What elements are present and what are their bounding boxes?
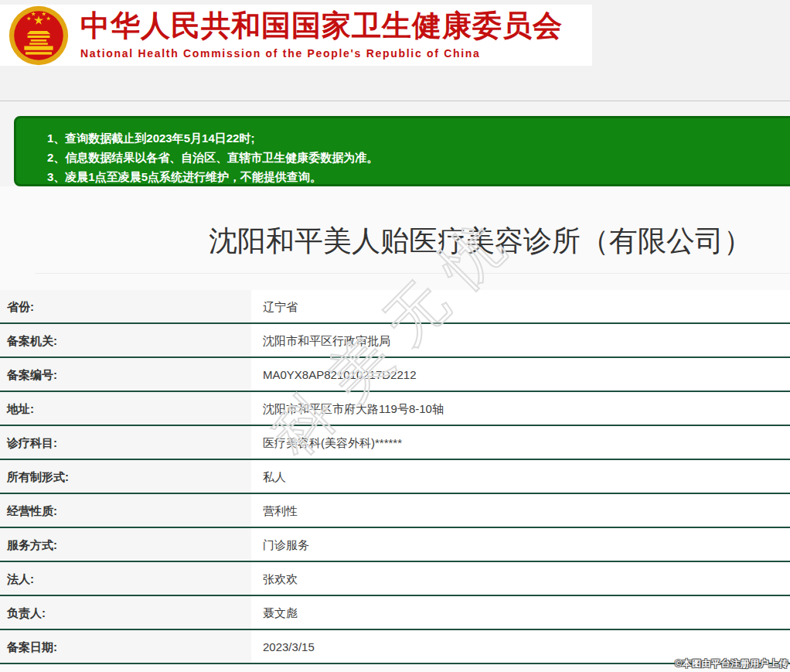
field-label: 所有制形式:: [0, 460, 251, 493]
field-value: 营利性: [251, 494, 790, 527]
upload-attribution-watermark: ©本图由平台注册用户上传: [675, 657, 788, 670]
table-row: 地址: 沈阳市和平区市府大路119号8-10轴: [0, 392, 790, 426]
field-label: 地址:: [0, 392, 251, 425]
site-header: 中华人民共和国国家卫生健康委员会 National Health Commiss…: [0, 5, 592, 66]
field-label: 服务方式:: [0, 528, 251, 561]
table-row: 备案编号: MA0YX8AP821010217D2212: [0, 358, 790, 392]
field-value: 医疗美容科(美容外科)******: [251, 426, 790, 459]
header-titles: 中华人民共和国国家卫生健康委员会 National Health Commiss…: [80, 11, 563, 60]
china-national-emblem-icon: [5, 5, 73, 66]
field-label: 备案机关:: [0, 324, 251, 356]
field-label: 备案日期:: [0, 630, 251, 663]
field-value: MA0YX8AP821010217D2212: [251, 358, 790, 391]
field-value: 门诊服务: [251, 528, 790, 561]
field-value: 沈阳市和平区市府大路119号8-10轴: [251, 392, 790, 425]
field-value: 张欢欢: [251, 562, 790, 595]
table-row: 法人: 张欢欢: [0, 562, 790, 596]
field-label: 经营性质:: [0, 494, 251, 527]
field-value: 沈阳市和平区行政审批局: [251, 324, 790, 356]
field-label: 省份:: [0, 290, 251, 322]
field-label: 诊疗科目:: [0, 426, 251, 459]
table-row: 所有制形式: 私人: [0, 460, 790, 494]
field-label: 负责人:: [0, 596, 251, 629]
table-row: 备案机关: 沈阳市和平区行政审批局: [0, 324, 790, 358]
notice-line: 2、信息数据结果以各省、自治区、直辖市卫生健康委数据为准。: [47, 148, 790, 167]
notice-line: 3、凌晨1点至凌晨5点系统进行维护，不能提供查询。: [47, 167, 790, 186]
table-row: 省份: 辽宁省: [0, 290, 790, 324]
field-value: 辽宁省: [251, 290, 790, 322]
title-separator: [35, 273, 790, 274]
notice-box: 1、查询数据截止到2023年5月14日22时; 2、信息数据结果以各省、自治区、…: [14, 116, 790, 186]
table-row: 负责人: 聂文彪: [0, 596, 790, 630]
notice-line: 1、查询数据截止到2023年5月14日22时;: [47, 128, 790, 148]
site-title-english: National Health Commission of the People…: [80, 47, 563, 60]
site-title-chinese: 中华人民共和国国家卫生健康委员会: [80, 11, 563, 42]
table-row: 备案日期: 2023/3/15: [0, 630, 790, 664]
table-row: 经营性质: 营利性: [0, 494, 790, 528]
institution-name-title: 沈阳和平美人贻医疗美容诊所（有限公司）: [209, 222, 752, 261]
field-label: 法人:: [0, 562, 251, 595]
field-value: 聂文彪: [251, 596, 790, 629]
table-row: 服务方式: 门诊服务: [0, 528, 790, 562]
field-label: 备案编号:: [0, 358, 251, 391]
table-row: 诊疗科目: 医疗美容科(美容外科)******: [0, 426, 790, 460]
field-value: 私人: [251, 460, 790, 493]
record-fields-table: 省份: 辽宁省 备案机关: 沈阳市和平区行政审批局 备案编号: MA0YX8AP…: [0, 290, 790, 664]
